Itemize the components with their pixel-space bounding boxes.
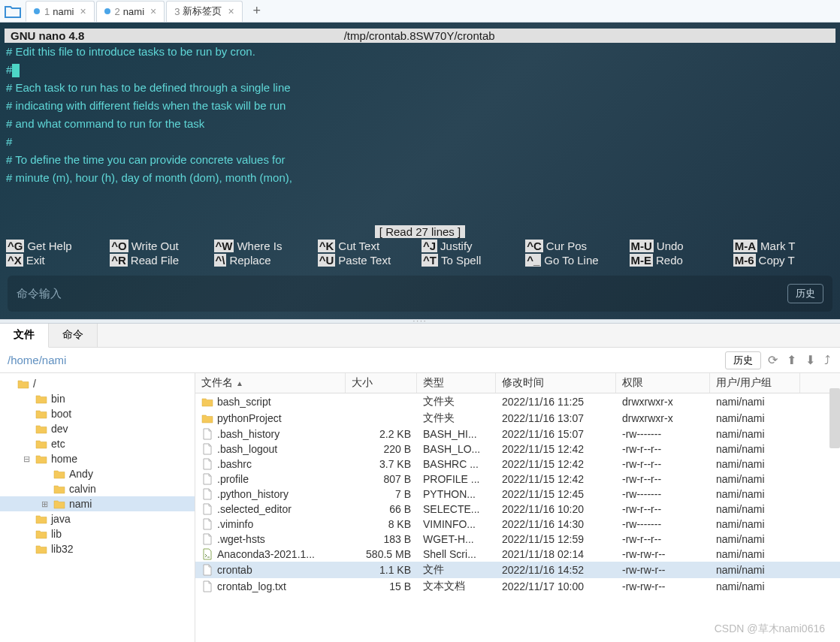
tree-item[interactable]: java [0,511,195,526]
folder-icon [201,396,213,408]
col-perm[interactable]: 权限 [616,373,710,393]
current-path[interactable]: /home/nami [8,354,66,366]
tree-item[interactable]: dev [0,421,195,436]
tab-commands[interactable]: 命令 [49,324,98,347]
folder-tree[interactable]: /binbootdevetc⊟homeAndycalvin⊞namijavali… [0,373,195,642]
cell-mtime: 2022/11/15 12:59 [496,532,616,547]
tree-item[interactable]: boot [0,406,195,421]
cell-type: 文件 [417,562,496,578]
file-icon [201,458,213,470]
tree-item[interactable]: lib32 [0,541,195,556]
folder-icon [17,378,29,389]
folder-icon [53,469,65,479]
shortcut-key: ^O [110,240,128,252]
terminal-pane[interactable]: GNU nano 4.8 /tmp/crontab.8SW70Y/crontab… [0,23,840,319]
col-mtime[interactable]: 修改时间 [496,373,616,393]
tree-item[interactable]: calvin [0,481,195,496]
cell-size: 2.2 KB [346,426,417,442]
shortcut-action: Mark T [760,240,795,252]
cell-size: 807 B [346,472,417,487]
expander-icon[interactable]: ⊞ [39,499,50,509]
file-row[interactable]: Anaconda3-2021.1...580.5 MBShell Scri...… [195,547,840,562]
file-row[interactable]: .bash_history2.2 KBBASH_HI...2022/11/16 … [195,426,840,442]
folder-icon [35,393,47,404]
close-icon[interactable]: × [150,5,156,17]
shortcut-action: Get Help [27,240,71,252]
col-type[interactable]: 类型 [417,373,496,393]
close-icon[interactable]: × [228,5,234,17]
folder-icon [53,499,65,509]
cell-type: PYTHON... [417,487,496,502]
file-row[interactable]: .bashrc3.7 KBBASHRC ...2022/11/15 12:42-… [195,457,840,472]
shortcut-action: Cur Pos [546,240,587,252]
cell-perm: -rw-r--r-- [616,532,710,547]
command-input[interactable]: 命令输入 [17,287,787,301]
tree-item[interactable]: bin [0,391,195,406]
file-row[interactable]: crontab1.1 KB文件2022/11/16 14:52-rw-rw-r-… [195,562,840,578]
shortcut-key: M-E [630,254,654,267]
cell-mtime: 2022/11/15 12:42 [496,472,616,487]
shortcut-key: ^X [6,254,23,267]
nano-shortcut: M-AMark T [733,240,834,252]
terminal-history-button[interactable]: 历史 [787,284,823,303]
horizontal-splitter[interactable] [0,319,840,324]
shortcut-action: Undo [657,240,684,252]
cell-type: 文件夹 [417,410,496,426]
cell-perm: -rw-rw-r-- [616,547,710,562]
shortcut-action: Paste Text [338,254,391,267]
folder-icon [53,484,65,494]
add-tab-button[interactable]: + [248,2,266,20]
tree-label: java [51,513,71,525]
col-name[interactable]: 文件名▲ [195,373,346,393]
shortcut-key: ^_ [525,254,541,267]
file-row[interactable]: crontab_log.txt15 B文本文档2022/11/17 10:00-… [195,578,840,595]
tree-label: boot [51,408,71,420]
tree-item[interactable]: lib [0,526,195,541]
cell-type: SELECTE... [417,502,496,517]
shortcut-key: ^\ [214,254,227,267]
shortcut-key: ^U [318,254,336,267]
path-history-button[interactable]: 历史 [725,351,761,369]
cell-type: BASHRC ... [417,457,496,472]
scrollbar[interactable] [829,388,840,448]
upload-icon[interactable]: ⬆ [784,353,799,367]
cell-name: .python_history [195,487,346,502]
cell-size [346,410,417,426]
session-tab[interactable]: 2nami× [96,1,165,22]
tab-files[interactable]: 文件 [0,324,49,348]
file-row[interactable]: .wget-hsts183 BWGET-H...2022/11/15 12:59… [195,532,840,547]
file-row[interactable]: .bash_logout220 BBASH_LO...2022/11/15 12… [195,442,840,457]
file-row[interactable]: .selected_editor66 BSELECTE...2022/11/16… [195,502,840,517]
col-size[interactable]: 大小 [346,373,417,393]
tree-item[interactable]: etc [0,436,195,451]
cell-name: .bashrc [195,457,346,472]
col-owner[interactable]: 用户/用户组 [710,373,800,393]
cell-owner: nami/nami [710,393,800,410]
file-row[interactable]: bash_script文件夹2022/11/16 11:25drwxrwxr-x… [195,393,840,410]
shortcut-action: Where Is [237,240,282,252]
file-row[interactable]: .profile807 BPROFILE ...2022/11/15 12:42… [195,472,840,487]
file-row[interactable]: .viminfo8 KBVIMINFO...2022/11/16 14:30-r… [195,517,840,532]
nano-body[interactable]: # Edit this file to introduce tasks to b… [0,43,840,222]
shortcut-action: Justify [440,240,473,252]
up-level-icon[interactable]: ⤴ [822,354,832,367]
cell-owner: nami/nami [710,502,800,517]
expander-icon[interactable]: ⊟ [21,454,32,464]
session-tab[interactable]: 1nami× [26,1,95,22]
close-icon[interactable]: × [80,5,86,17]
tree-item[interactable]: / [0,376,195,391]
file-row[interactable]: pythonProject文件夹2022/11/16 13:07drwxrwxr… [195,410,840,426]
tree-item[interactable]: ⊞nami [0,496,195,511]
tab-label: nami [53,6,74,17]
file-row[interactable]: .python_history7 BPYTHON...2022/11/15 12… [195,487,840,502]
open-folder-icon[interactable] [4,4,22,19]
tree-item[interactable]: ⊟home [0,451,195,466]
refresh-icon[interactable]: ⟳ [766,353,780,367]
tree-item[interactable]: Andy [0,466,195,481]
download-icon[interactable]: ⬇ [803,353,817,367]
session-tab[interactable]: 3新标签页× [166,1,242,22]
file-list[interactable]: 文件名▲ 大小 类型 修改时间 权限 用户/用户组 bash_script文件夹… [195,373,840,642]
cell-mtime: 2021/11/18 02:14 [496,547,616,562]
nano-line: # minute (m), hour (h), day of month (do… [6,169,834,187]
cell-size: 7 B [346,487,417,502]
